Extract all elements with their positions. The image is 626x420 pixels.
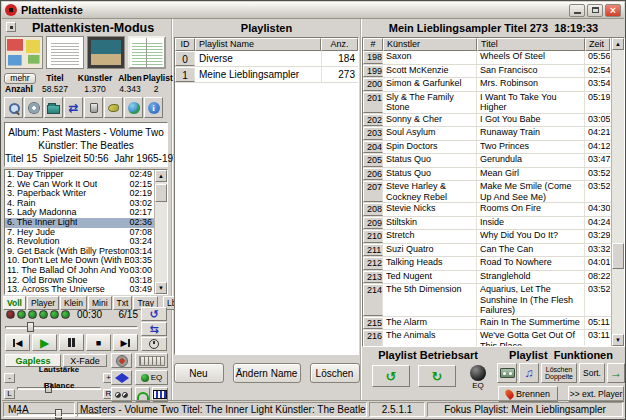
playlist-track-row[interactable]: 205 Status Quo Gerundula 03:47 [363, 154, 611, 168]
playlist-track-row[interactable]: 213 Ted Nugent Stranglehold 08:22 [363, 271, 611, 285]
shuffle-button[interactable]: ⇆ [141, 322, 167, 336]
playlist-track-row[interactable]: 199 Scott McKenzie San Francisco 02:54 [363, 65, 611, 79]
scrollbar-thumb[interactable] [612, 243, 624, 269]
album-track-row[interactable]: 11. The Ballad Of John And Yoko 03:00 [5, 266, 154, 276]
playlist-track-row[interactable]: 211 Suzi Quatro Can The Can 03:32 [363, 244, 611, 258]
progress-thumb[interactable] [27, 322, 34, 332]
titlebar[interactable]: Plattenkiste × [2, 2, 624, 19]
thumbnail-playlist-view[interactable] [128, 36, 166, 69]
column-header-kuenstler[interactable]: Künstler [383, 38, 477, 51]
progress-slider[interactable] [5, 322, 138, 332]
playlist-track-row[interactable]: 212 Talking Heads Road To Nowhere 04:01 [363, 257, 611, 271]
thumbnail-list-view[interactable] [46, 36, 84, 69]
next-button[interactable]: ▶ [113, 334, 138, 351]
sort-button[interactable]: Sort. [579, 363, 605, 383]
column-header-anz[interactable]: Anz. [321, 38, 358, 51]
playlist-track-row[interactable]: 204 Spin Doctors Two Princes 04:12 [363, 141, 611, 155]
scrollbar-thumb[interactable] [155, 184, 167, 202]
previous-button[interactable]: ◀ [5, 334, 30, 351]
volume-down-button[interactable]: - [4, 373, 15, 383]
tab-voll[interactable]: Voll [3, 296, 26, 310]
tools-button[interactable] [84, 97, 103, 118]
album-track-row[interactable]: 10. Don't Let Me Down (With Billy Prest … [5, 256, 154, 266]
tab-mini[interactable]: Mini [88, 296, 112, 310]
tab-player[interactable]: Player [27, 296, 59, 310]
record-button[interactable] [111, 353, 132, 368]
crossfade-button[interactable] [111, 370, 132, 385]
mehr-button[interactable]: mehr [4, 73, 36, 84]
web-button[interactable] [124, 97, 143, 118]
album-track-row[interactable]: 8. Revolution 03:24 [5, 237, 154, 247]
add-titles-button[interactable]: ♫ [519, 363, 539, 383]
playlist-track-row[interactable]: 216 The Animals We've Gotta Get Out Of T… [363, 330, 611, 346]
neu-button[interactable]: Neu [174, 363, 224, 383]
album-track-row[interactable]: 3. Paperback Writer 02:19 [5, 189, 154, 199]
info-button[interactable]: i [144, 97, 163, 118]
pause-button[interactable] [59, 334, 84, 351]
album-track-row[interactable]: 12. Old Brown Shoe 03:18 [5, 276, 154, 286]
scroll-down-icon[interactable]: ▼ [612, 334, 624, 346]
thumbnail-cover-view[interactable] [5, 36, 43, 69]
modus-toggle-button[interactable] [6, 22, 16, 32]
album-track-row[interactable]: 1. Day Tripper 02:49 [5, 170, 154, 180]
loeschen-doppelte-button[interactable]: Löschen Doppelte [541, 363, 577, 383]
playlist-shuffle-button[interactable]: ↻ [418, 365, 456, 387]
playlist-scrollbar[interactable]: ▲ ▼ [611, 38, 624, 346]
album-track-row[interactable]: 13. Across The Universe 03:49 [5, 285, 154, 294]
playlist-track-row[interactable]: 200 Simon & Garfunkel Mrs. Robinson 03:5… [363, 78, 611, 92]
playlist-track-row[interactable]: 214 The 5th Dimension Aquarius, Let The … [363, 284, 611, 317]
column-header-id[interactable]: ID [175, 38, 195, 51]
album-info-box: Album: Past Masters - Volume Two Künstle… [4, 122, 168, 167]
playlist-track-row[interactable]: 202 Sonny & Cher I Got You Babe 03:05 [363, 114, 611, 128]
album-track-row[interactable]: 7. Hey Jude 07:08 [5, 228, 154, 238]
column-header-name[interactable]: Playlist Name [195, 38, 321, 51]
playlist-track-row[interactable]: 210 Stretch Why Did You Do It? 03:29 [363, 230, 611, 244]
tab-klein[interactable]: Klein [60, 296, 87, 310]
minimize-button[interactable] [569, 4, 585, 17]
playlist-track-row[interactable]: 208 Stevie Nicks Rooms On Fire 04:30 [363, 203, 611, 217]
playlist-track-row[interactable]: 201 Sly & The Family Stone I Want To Tak… [363, 92, 611, 114]
thumbnail-photo-view[interactable] [87, 36, 125, 69]
playlist-track-row[interactable]: 198 Saxon Wheels Of Steel 05:56 [363, 51, 611, 65]
column-header-zeit[interactable]: Zeit [585, 38, 610, 51]
cleanup-button[interactable] [104, 97, 123, 118]
album-track-row[interactable]: 4. Rain 03:02 [5, 199, 154, 209]
album-track-row[interactable]: 9. Get Back (With Billy Preston) 03:14 [5, 247, 154, 257]
balance-left-button[interactable]: L [4, 389, 15, 399]
scroll-up-icon[interactable]: ▲ [612, 38, 624, 50]
repeat-button[interactable]: ↺ [141, 307, 167, 321]
swap-button[interactable]: ⇄ [64, 97, 83, 118]
album-track-row[interactable]: 6. The Inner Light 02:36 [5, 218, 154, 228]
playlist-list-row[interactable]: 0 Diverse 184 [175, 51, 358, 67]
column-header-titel[interactable]: Titel [477, 38, 585, 51]
playlist-track-row[interactable]: 215 The Alarm Rain In The Summertime 05:… [363, 317, 611, 331]
album-track-row[interactable]: 2. We Can Work It Out 02:15 [5, 180, 154, 190]
playlist-track-row[interactable]: 209 Stiltskin Inside 04:24 [363, 217, 611, 231]
column-header-num[interactable]: # [363, 38, 383, 51]
equalizer-sliders-button[interactable] [135, 353, 168, 368]
scroll-up-icon[interactable]: ▲ [155, 170, 167, 182]
aendern-name-button[interactable]: Ändern Name [233, 363, 301, 383]
export-button[interactable]: → [607, 363, 625, 383]
playlist-track-row[interactable]: 206 Status Quo Mean Girl 03:52 [363, 168, 611, 182]
disc-button[interactable] [24, 97, 43, 118]
playlist-file-button[interactable] [497, 363, 517, 383]
eq-button[interactable]: EQ [135, 370, 168, 385]
eq-knob[interactable] [470, 365, 486, 381]
album-track-row[interactable]: 5. Lady Madonna 02:17 [5, 208, 154, 218]
close-button[interactable]: × [605, 4, 621, 17]
search-button[interactable] [4, 97, 23, 118]
sleep-timer-button[interactable] [141, 337, 167, 351]
loeschen-button[interactable]: Löschen [310, 363, 360, 383]
playlist-track-row[interactable]: 207 Steve Harley & Cockney Rebel Make Me… [363, 181, 611, 203]
playlist-repeat-button[interactable]: ↺ [372, 365, 410, 387]
stop-button[interactable]: ■ [86, 334, 111, 351]
playlist-track-row[interactable]: 203 Soul Asylum Runaway Train 04:21 [363, 127, 611, 141]
tab-txt[interactable]: Txt [113, 296, 133, 310]
maximize-button[interactable] [587, 4, 603, 17]
album-list-scrollbar[interactable]: ▲ ▼ [154, 170, 167, 294]
play-button[interactable]: ▶ [32, 334, 57, 351]
playlist-list-row[interactable]: 1 Meine Lieblingsampler 273 [175, 67, 358, 83]
open-folder-button[interactable] [44, 97, 63, 118]
scroll-down-icon[interactable]: ▼ [155, 282, 167, 294]
